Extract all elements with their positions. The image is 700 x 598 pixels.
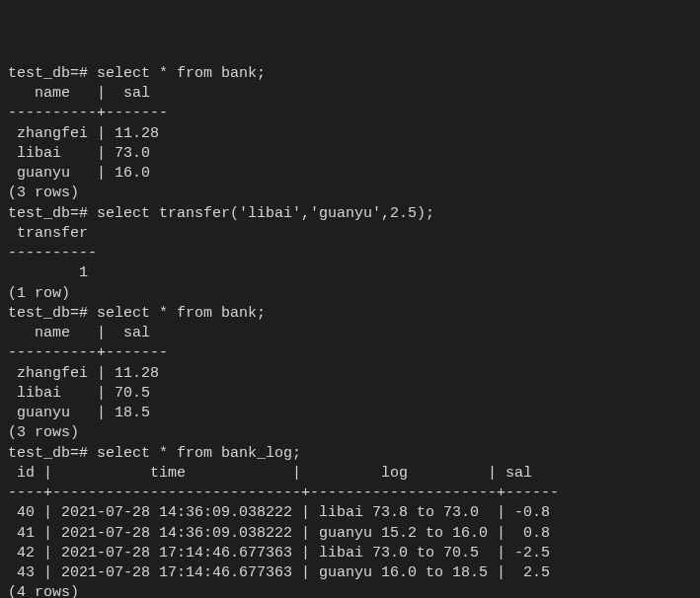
output-line: guanyu | 16.0: [8, 164, 692, 184]
output-line: 40 | 2021-07-28 14:36:09.038222 | libai …: [8, 503, 692, 523]
output-line: guanyu | 18.5: [8, 404, 692, 423]
output-line: zhangfei | 11.28: [8, 124, 692, 144]
row-count-line: (4 rows): [8, 583, 692, 598]
output-line: zhangfei | 11.28: [8, 364, 692, 384]
output-line: 42 | 2021-07-28 17:14:46.677363 | libai …: [8, 544, 692, 563]
terminal-output[interactable]: test_db=# select * from bank; name | sal…: [8, 64, 692, 598]
output-line: 41 | 2021-07-28 14:36:09.038222 | guanyu…: [8, 524, 692, 544]
row-count-line: (1 row): [8, 284, 692, 304]
row-count-line: (3 rows): [8, 184, 692, 203]
output-line: 43 | 2021-07-28 17:14:46.677363 | guanyu…: [8, 563, 692, 583]
prompt-line: test_db=# select * from bank;: [8, 64, 692, 84]
output-line: libai | 70.5: [8, 384, 692, 404]
output-line: libai | 73.0: [8, 144, 692, 164]
output-line: transfer: [8, 224, 692, 244]
separator-line: ----------+-------: [8, 343, 692, 363]
prompt-line: test_db=# select transfer('libai','guany…: [8, 204, 692, 224]
separator-line: ----------: [8, 244, 692, 263]
output-line: name | sal: [8, 84, 692, 104]
output-line: 1: [8, 263, 692, 283]
output-line: id | time | log | sal: [8, 464, 692, 484]
output-line: name | sal: [8, 324, 692, 343]
prompt-line: test_db=# select * from bank_log;: [8, 444, 692, 464]
row-count-line: (3 rows): [8, 423, 692, 443]
separator-line: ----+----------------------------+------…: [8, 484, 692, 503]
prompt-line: test_db=# select * from bank;: [8, 304, 692, 324]
separator-line: ----------+-------: [8, 104, 692, 123]
